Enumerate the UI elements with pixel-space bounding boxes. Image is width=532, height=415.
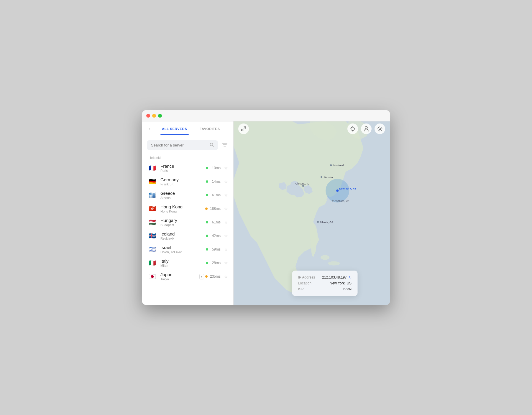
latency-dot-hongkong (205, 208, 208, 210)
svg-text:Ashburn, VA: Ashburn, VA (334, 200, 349, 202)
latency-dot-france (206, 167, 208, 169)
server-name-germany: Germany (160, 177, 206, 182)
close-button[interactable] (146, 114, 150, 118)
latency-val-hungary: 61ms (211, 220, 221, 224)
server-name-hongkong: Hong Kong (160, 204, 205, 209)
refresh-icon[interactable]: ↻ (349, 276, 352, 279)
server-row-hungary[interactable]: 🇭🇺 Hungary Budapest 61ms ☆ (142, 215, 233, 229)
server-meta-germany: 14ms ☆ (206, 179, 228, 184)
svg-text:Montreal: Montreal (333, 164, 344, 167)
latency-dot-hungary (206, 221, 208, 223)
server-row-germany[interactable]: 🇩🇪 Germany Frankfurt 14ms ☆ (142, 175, 233, 188)
latency-val-iceland: 42ms (211, 234, 221, 238)
expand-button-japan[interactable]: ▾ (199, 274, 204, 279)
server-meta-france: 10ms ☆ (206, 166, 228, 170)
star-button-france[interactable]: ☆ (224, 166, 228, 170)
location-value: New York, US (330, 281, 352, 285)
svg-text:New York, NY: New York, NY (339, 187, 356, 190)
flag-greece: 🇬🇷 (147, 192, 157, 198)
server-name-italy: Italy (160, 258, 206, 264)
flag-hongkong: 🇭🇰 (147, 205, 157, 212)
latency-dot-israel (206, 248, 208, 251)
search-input[interactable] (151, 143, 207, 147)
flag-japan: 🇯🇵 (147, 273, 157, 280)
server-city-germany: Frankfurt (160, 182, 206, 186)
info-card: IP Address 212.103.48.197 ↻ Location New… (292, 271, 358, 296)
tab-favorites[interactable]: FAVORITES (192, 123, 228, 135)
latency-val-france: 10ms (211, 166, 221, 170)
search-icon (210, 143, 214, 148)
svg-point-30 (332, 200, 334, 202)
server-row-iceland[interactable]: 🇮🇸 Iceland Reykjavik 42ms ☆ (142, 229, 233, 243)
server-info-greece: Greece Athens (160, 191, 206, 200)
latency-val-japan: 235ms (210, 274, 221, 279)
server-meta-iceland: 42ms ☆ (206, 233, 228, 238)
svg-point-19 (321, 255, 329, 260)
svg-point-20 (328, 261, 340, 266)
server-city-hongkong: Hong Kong (160, 210, 205, 213)
map-area: Montreal Toronto Chicago, IL New York, N… (234, 121, 390, 305)
main-content: ← ALL SERVERS FAVORITES (142, 121, 390, 305)
server-name-hungary: Hungary (160, 218, 206, 223)
server-meta-italy: 28ms ☆ (206, 261, 228, 265)
svg-text:Chicago, IL: Chicago, IL (295, 182, 309, 185)
svg-line-1 (213, 146, 214, 147)
sidebar: ← ALL SERVERS FAVORITES (142, 121, 234, 305)
star-button-greece[interactable]: ☆ (224, 193, 228, 197)
server-row-hongkong[interactable]: 🇭🇰 Hong Kong Hong Kong 188ms ☆ (142, 202, 233, 215)
search-area (142, 136, 233, 153)
server-info-italy: Italy Milan (160, 258, 206, 267)
latency-dot-japan (205, 275, 208, 278)
latency-dot-iceland (206, 235, 208, 237)
settings-button[interactable] (375, 123, 385, 134)
server-info-germany: Germany Frankfurt (160, 177, 206, 186)
server-row-japan[interactable]: 🇯🇵 Japan Tokyo ▾ 235ms ☆ (142, 270, 233, 283)
fullscreen-button[interactable] (158, 114, 162, 118)
latency-dot-italy (206, 262, 208, 264)
minimize-button[interactable] (152, 114, 156, 118)
map-topbar (234, 121, 390, 136)
user-button[interactable] (361, 123, 372, 134)
star-button-israel[interactable]: ☆ (224, 247, 228, 252)
server-row-italy[interactable]: 🇮🇹 Italy Milan 28ms ☆ (142, 256, 233, 270)
svg-point-32 (317, 221, 319, 223)
server-meta-hungary: 61ms ☆ (206, 220, 228, 225)
server-meta-greece: 61ms ☆ (206, 193, 228, 197)
star-button-italy[interactable]: ☆ (224, 261, 228, 265)
latency-val-germany: 14ms (211, 179, 221, 184)
back-button[interactable]: ← (148, 126, 153, 131)
server-name-france: France (160, 164, 206, 169)
crosshair-button[interactable] (347, 123, 358, 134)
tab-all-servers[interactable]: ALL SERVERS (157, 123, 192, 135)
flag-iceland: 🇮🇸 (147, 233, 157, 239)
star-button-japan[interactable]: ☆ (224, 274, 228, 279)
traffic-lights (146, 114, 162, 118)
isp-label: ISP (298, 287, 304, 291)
filter-button[interactable] (221, 141, 229, 149)
flag-israel: 🇮🇱 (147, 246, 157, 253)
server-info-iceland: Iceland Reykjavik (160, 231, 206, 240)
flag-italy: 🇮🇹 (147, 260, 157, 266)
server-meta-hongkong: 188ms ☆ (205, 206, 228, 211)
star-button-germany[interactable]: ☆ (224, 179, 228, 184)
flag-france: 🇫🇷 (147, 165, 157, 171)
server-name-greece: Greece (160, 191, 206, 196)
latency-val-italy: 28ms (211, 261, 221, 265)
svg-line-10 (242, 129, 243, 131)
server-list: Helsinki 🇫🇷 France Paris 10ms ☆ 🇩🇪 Germa… (142, 153, 233, 305)
star-button-hungary[interactable]: ☆ (224, 220, 228, 225)
star-button-iceland[interactable]: ☆ (224, 233, 228, 238)
star-button-hongkong[interactable]: ☆ (224, 206, 228, 211)
server-city-greece: Athens (160, 196, 206, 200)
server-name-japan: Japan (160, 272, 199, 277)
server-city-france: Paris (160, 169, 206, 172)
compress-button[interactable] (238, 123, 249, 134)
server-row-greece[interactable]: 🇬🇷 Greece Athens 61ms ☆ (142, 188, 233, 202)
flag-germany: 🇩🇪 (147, 178, 157, 185)
server-row-france[interactable]: 🇫🇷 France Paris 10ms ☆ (142, 161, 233, 175)
latency-val-israel: 59ms (211, 247, 221, 251)
map-right-buttons (347, 123, 385, 134)
location-label: Location (298, 281, 311, 285)
server-row-israel[interactable]: 🇮🇱 Israel Holon, Tel Aviv 59ms ☆ (142, 243, 233, 256)
server-info-france: France Paris (160, 164, 206, 172)
